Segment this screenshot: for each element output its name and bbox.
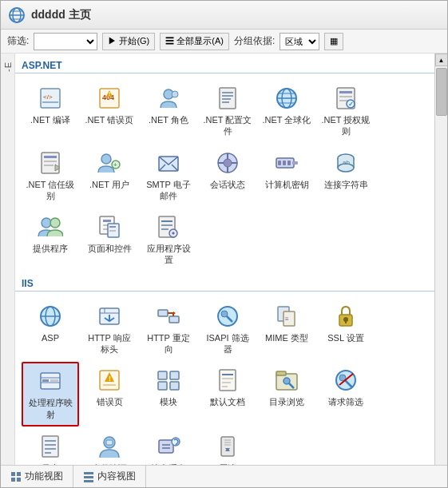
- start-button[interactable]: ▶ 开始(G): [102, 33, 155, 50]
- dotnet-auth-label: .NET 授权规则: [321, 114, 371, 137]
- error-pages-icon: !: [97, 367, 122, 393]
- svg-point-110: [283, 378, 290, 384]
- icon-request-filter[interactable]: 请求筛选: [317, 362, 375, 427]
- bottom-bar: 功能视图 内容视图: [1, 465, 447, 487]
- handler-mapping-icon: [38, 368, 63, 394]
- filter-select[interactable]: [34, 33, 97, 50]
- pages-controls-label: 页面和控件: [88, 243, 132, 254]
- icon-modules[interactable]: 模块: [140, 362, 197, 427]
- icon-default-doc[interactable]: 默认文档: [199, 362, 256, 427]
- content-view-tab[interactable]: 内容视图: [73, 466, 146, 487]
- modules-icon: [156, 367, 181, 393]
- svg-point-58: [50, 218, 60, 228]
- app-settings-label: 应用程序设置: [144, 243, 193, 266]
- http-response-icon: [97, 304, 122, 329]
- content-area[interactable]: ASP.NET </> .NET 编译: [15, 54, 434, 465]
- content-view-label: 内容视图: [97, 470, 136, 483]
- handler-mapping-label: 处理程序映射: [26, 397, 74, 420]
- svg-rect-100: [170, 371, 179, 379]
- pages-controls-icon: [97, 214, 122, 240]
- conn-string-label: 连接字符串: [324, 179, 368, 190]
- svg-text:!: !: [109, 375, 111, 383]
- output-cache-icon: [156, 434, 181, 459]
- svg-rect-89: [345, 319, 347, 323]
- ssl-settings-label: SSL 设置: [327, 332, 363, 343]
- iis-icons-grid: ASP HTTP 响应标头: [15, 295, 434, 465]
- request-filter-icon: [333, 367, 359, 393]
- svg-rect-78: [158, 310, 168, 316]
- icon-smtp-mail[interactable]: SMTP 电子邮件: [140, 145, 197, 208]
- svg-rect-32: [44, 161, 57, 162]
- icon-dotnet-user[interactable]: + .NET 用户: [81, 145, 138, 208]
- svg-rect-60: [103, 220, 111, 222]
- show-all-button[interactable]: ☰ 全部显示(A): [160, 33, 229, 50]
- icon-compress[interactable]: 压缩: [199, 428, 256, 465]
- icon-dotnet-global[interactable]: .NET 全球化: [258, 80, 315, 143]
- icon-output-cache[interactable]: 输出缓存: [140, 428, 197, 465]
- svg-point-82: [221, 311, 228, 317]
- asp-icon: [38, 304, 63, 329]
- svg-rect-26: [339, 96, 352, 97]
- smtp-mail-icon: [156, 150, 181, 176]
- ssl-settings-icon: [333, 304, 359, 329]
- svg-rect-50: [292, 161, 298, 165]
- svg-marker-80: [173, 311, 176, 315]
- svg-point-34: [101, 154, 111, 164]
- icon-mime-types[interactable]: ≡ MIME 类型: [258, 298, 315, 361]
- session-state-label: 会话状态: [210, 179, 245, 190]
- scroll-up-button[interactable]: ▲: [435, 54, 448, 66]
- svg-rect-134: [17, 478, 21, 482]
- icon-dotnet-compile[interactable]: </> .NET 编译: [22, 80, 79, 143]
- icon-ssl-settings[interactable]: SSL 设置: [317, 298, 375, 361]
- icon-machine-key[interactable]: 计算机密钥: [258, 145, 315, 208]
- icon-auth-iis[interactable]: 身份验证: [81, 428, 138, 465]
- group-select[interactable]: 区域: [280, 33, 319, 50]
- svg-rect-136: [84, 476, 93, 478]
- scroll-thumb[interactable]: [436, 68, 447, 116]
- icon-provider[interactable]: 提供程序: [22, 208, 79, 272]
- main-content: -E ASP.NET </> .NET 编译: [1, 54, 447, 465]
- svg-text:≡: ≡: [285, 315, 289, 323]
- icon-conn-string[interactable]: ab 连接字符串: [317, 145, 375, 208]
- svg-text:</>: </>: [43, 93, 53, 101]
- dotnet-compile-icon: </>: [38, 85, 63, 111]
- default-doc-label: 默认文档: [210, 396, 245, 407]
- filter-label: 筛选:: [7, 34, 29, 48]
- isapi-filter-label: ISAPI 筛选器: [203, 332, 252, 355]
- icon-session-state[interactable]: 会话状态: [199, 145, 256, 208]
- icon-dotnet-trust[interactable]: .NET 信任级别: [22, 145, 79, 208]
- machine-key-label: 计算机密钥: [265, 179, 309, 190]
- icon-handler-mapping[interactable]: 处理程序映射: [22, 362, 79, 427]
- session-state-icon: [215, 150, 240, 176]
- icon-dotnet-error[interactable]: 404 ! .NET 错误页: [81, 80, 138, 143]
- compress-icon: [215, 434, 240, 459]
- svg-rect-79: [169, 316, 179, 323]
- icon-pages-controls[interactable]: 页面和控件: [81, 208, 138, 272]
- svg-rect-94: [50, 379, 58, 382]
- error-pages-label: 错误页: [97, 396, 123, 407]
- view-button[interactable]: ▦: [324, 33, 343, 50]
- icon-error-pages[interactable]: ! 错误页: [81, 362, 138, 427]
- svg-rect-25: [339, 91, 352, 93]
- icon-asp[interactable]: ASP: [22, 298, 79, 361]
- icon-dotnet-config[interactable]: .NET 配置文件: [199, 80, 256, 143]
- icon-http-response[interactable]: HTTP 响应标头: [81, 298, 138, 361]
- icon-isapi-filter[interactable]: ISAPI 筛选器: [199, 298, 256, 361]
- svg-rect-47: [278, 161, 281, 165]
- icon-app-settings[interactable]: 应用程序设置: [140, 208, 197, 272]
- icon-dotnet-role[interactable]: .NET 角色: [140, 80, 197, 143]
- main-window: ddddd 主页 筛选: ▶ 开始(G) ☰ 全部显示(A) 分组依据: 区域 …: [0, 0, 448, 488]
- dotnet-config-label: .NET 配置文件: [203, 114, 252, 137]
- left-panel: -E: [1, 54, 15, 465]
- icon-http-redirect[interactable]: HTTP 重定向: [140, 298, 197, 361]
- scrollbar[interactable]: ▲: [434, 54, 447, 465]
- icon-dir-browse[interactable]: 目录浏览: [258, 362, 315, 427]
- svg-rect-93: [42, 379, 49, 382]
- icon-logging[interactable]: 日志: [22, 428, 79, 465]
- svg-rect-132: [17, 472, 21, 476]
- icon-dotnet-auth[interactable]: ✓ .NET 授权规则: [317, 80, 375, 143]
- http-response-label: HTTP 响应标头: [85, 332, 134, 355]
- svg-rect-99: [158, 371, 167, 379]
- toolbar: 筛选: ▶ 开始(G) ☰ 全部显示(A) 分组依据: 区域 ▦: [1, 30, 447, 54]
- function-view-tab[interactable]: 功能视图: [1, 466, 73, 487]
